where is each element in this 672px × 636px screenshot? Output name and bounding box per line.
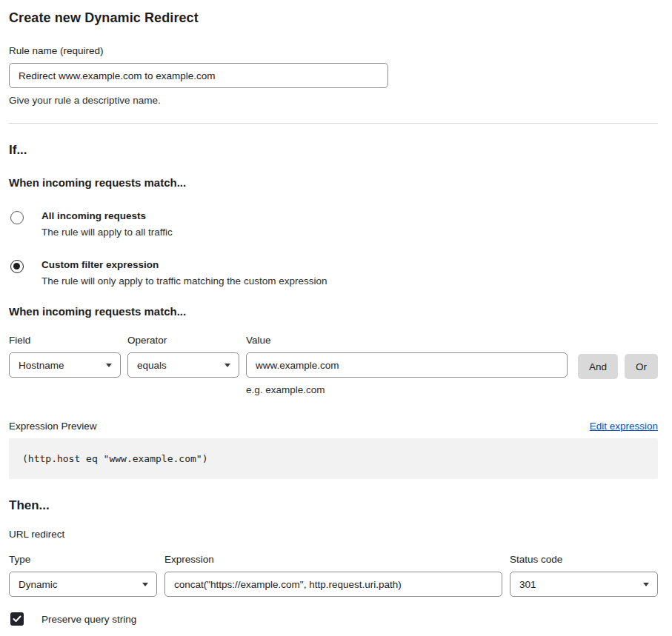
create-dynamic-redirect-form: Create new Dynamic Redirect Rule name (r… bbox=[0, 0, 672, 636]
value-label: Value bbox=[246, 335, 568, 346]
status-code-label: Status code bbox=[510, 554, 658, 565]
preserve-query-string-option[interactable]: Preserve query string bbox=[9, 612, 658, 626]
expression-preview-code-block: (http.host eq "www.example.com") bbox=[9, 438, 658, 479]
and-button[interactable]: And bbox=[578, 354, 618, 379]
redirect-expression-label: Expression bbox=[164, 554, 502, 565]
operator-select-value: equals bbox=[137, 360, 167, 371]
page-title: Create new Dynamic Redirect bbox=[9, 10, 658, 26]
radio-option-all-incoming-requests[interactable]: All incoming requests The rule will appl… bbox=[9, 210, 658, 238]
radio-option-description: The rule will only apply to traffic matc… bbox=[41, 275, 327, 287]
redirect-settings-row: Type Dynamic Expression Status code 301 bbox=[9, 554, 658, 597]
field-select-value: Hostname bbox=[19, 360, 64, 371]
radio-option-custom-filter-expression[interactable]: Custom filter expression The rule will o… bbox=[9, 259, 658, 287]
status-code-value: 301 bbox=[519, 579, 536, 590]
expression-column: Expression bbox=[164, 554, 502, 597]
radio-option-label: Custom filter expression bbox=[41, 259, 327, 270]
operator-label: Operator bbox=[127, 335, 239, 346]
operator-select[interactable]: equals bbox=[127, 352, 239, 378]
chevron-down-icon bbox=[142, 583, 148, 586]
preserve-query-string-label: Preserve query string bbox=[41, 614, 136, 625]
field-select[interactable]: Hostname bbox=[9, 352, 121, 378]
value-help: e.g. example.com bbox=[246, 384, 568, 395]
status-code-column: Status code 301 bbox=[510, 554, 658, 597]
radio-selected-icon[interactable] bbox=[10, 260, 24, 273]
url-redirect-label: URL redirect bbox=[9, 529, 658, 540]
rule-name-group: Rule name (required) Give your rule a de… bbox=[9, 45, 658, 106]
redirect-type-select[interactable]: Dynamic bbox=[9, 572, 157, 597]
filter-builder-row: Field Hostname Operator equals Value e.g… bbox=[9, 335, 658, 395]
radio-option-texts: Custom filter expression The rule will o… bbox=[41, 259, 327, 287]
type-label: Type bbox=[9, 554, 157, 565]
type-column: Type Dynamic bbox=[9, 554, 157, 597]
redirect-type-value: Dynamic bbox=[19, 579, 58, 590]
status-code-select[interactable]: 301 bbox=[510, 572, 658, 597]
rule-name-input[interactable] bbox=[9, 63, 388, 88]
chevron-down-icon bbox=[643, 583, 649, 586]
incoming-match-heading: When incoming requests match... bbox=[9, 176, 658, 189]
checkbox-checked-icon[interactable] bbox=[10, 612, 24, 626]
radio-option-texts: All incoming requests The rule will appl… bbox=[41, 210, 173, 238]
section-divider bbox=[9, 123, 658, 124]
operator-column: Operator equals bbox=[127, 335, 239, 378]
rule-name-help: Give your rule a descriptive name. bbox=[9, 95, 658, 106]
field-column: Field Hostname bbox=[9, 335, 121, 378]
redirect-expression-input[interactable] bbox=[164, 572, 502, 597]
chevron-down-icon bbox=[106, 364, 112, 367]
radio-unselected-icon[interactable] bbox=[10, 211, 24, 224]
edit-expression-link[interactable]: Edit expression bbox=[590, 421, 658, 432]
then-heading: Then... bbox=[9, 498, 658, 513]
expression-preview-label: Expression Preview bbox=[9, 421, 97, 432]
filter-builder-heading: When incoming requests match... bbox=[9, 305, 658, 318]
chevron-down-icon bbox=[224, 364, 230, 367]
expression-preview-row: Expression Preview Edit expression bbox=[9, 421, 658, 432]
value-column: Value e.g. example.com bbox=[246, 335, 568, 395]
rule-name-label: Rule name (required) bbox=[9, 45, 658, 56]
or-button[interactable]: Or bbox=[625, 354, 658, 379]
radio-option-description: The rule will apply to all traffic bbox=[41, 227, 173, 238]
if-heading: If... bbox=[9, 143, 658, 158]
value-input[interactable] bbox=[246, 352, 568, 378]
radio-option-label: All incoming requests bbox=[41, 210, 173, 221]
field-label: Field bbox=[9, 335, 121, 346]
expression-preview-code: (http.host eq "www.example.com") bbox=[22, 453, 207, 464]
